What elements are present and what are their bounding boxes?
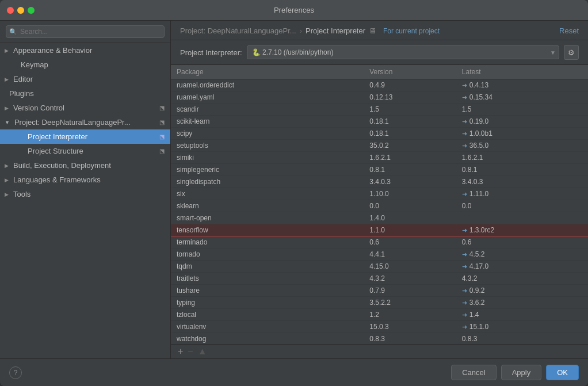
table-row[interactable]: simplegeneric0.8.10.8.1 xyxy=(171,164,588,176)
upgrade-arrow-icon: ➜ xyxy=(462,299,467,307)
latest-version-text: 1.3.0rc2 xyxy=(469,226,494,234)
col-version: Version xyxy=(364,65,456,79)
latest-version-text: 1.6.2.1 xyxy=(462,154,483,162)
table-row[interactable]: simiki1.6.2.11.6.2.1 xyxy=(171,152,588,164)
col-latest: Latest xyxy=(456,65,588,79)
remove-package-button[interactable]: − xyxy=(186,347,194,356)
package-latest: 0.6 xyxy=(456,236,588,249)
sidebar-item-label: Project Structure xyxy=(28,147,83,155)
table-row[interactable]: sklearn0.00.0 xyxy=(171,200,588,212)
table-row[interactable]: scikit-learn0.18.1➜0.19.0 xyxy=(171,116,588,128)
cancel-button[interactable]: Cancel xyxy=(451,365,496,380)
upgrade-arrow-icon: ➜ xyxy=(462,323,467,331)
sidebar-item-editor[interactable]: ▶ Editor xyxy=(0,72,170,86)
latest-version-text: 0.8.1 xyxy=(462,166,478,174)
sidebar-item-keymap[interactable]: Keymap xyxy=(0,58,170,72)
table-row[interactable]: tensorflow1.1.0➜1.3.0rc2 xyxy=(171,224,588,236)
package-latest: ➜0.4.13 xyxy=(456,79,588,91)
package-latest: ➜1.4 xyxy=(456,309,588,321)
breadcrumb: Project: DeepNaturalLanguagePr... › Proj… xyxy=(180,26,440,35)
help-button[interactable]: ? xyxy=(9,366,22,379)
gear-icon: ⚙ xyxy=(568,48,575,57)
table-row[interactable]: smart-open1.4.0 xyxy=(171,212,588,224)
search-input[interactable] xyxy=(6,25,165,38)
table-row[interactable]: tushare0.7.9➜0.9.2 xyxy=(171,285,588,297)
maximize-button[interactable] xyxy=(28,7,35,14)
interpreter-settings-button[interactable]: ⚙ xyxy=(564,45,579,60)
table-row[interactable]: traitlets4.3.24.3.2 xyxy=(171,273,588,285)
packages-table-wrap[interactable]: Package Version Latest ruamel.ordereddic… xyxy=(171,65,588,344)
sidebar-item-label: Keymap xyxy=(21,60,48,69)
close-button[interactable] xyxy=(7,7,14,14)
latest-version-text: 4.3.2 xyxy=(462,274,478,282)
chevron-icon: ▶ xyxy=(5,177,9,183)
sidebar-item-label: Version Control xyxy=(13,104,64,112)
table-row[interactable]: scipy0.18.1➜1.0.0b1 xyxy=(171,128,588,140)
reset-button[interactable]: Reset xyxy=(559,26,579,35)
table-footer: + − ▲ xyxy=(171,344,588,358)
table-row[interactable]: ruamel.ordereddict0.4.9➜0.4.13 xyxy=(171,79,588,91)
table-row[interactable]: tornado4.4.1➜4.5.2 xyxy=(171,249,588,261)
window-title: Preferences xyxy=(274,6,314,14)
latest-version-text: 4.17.0 xyxy=(469,262,488,270)
table-row[interactable]: tzlocal1.2➜1.4 xyxy=(171,309,588,321)
sidebar-item-plugins[interactable]: Plugins xyxy=(0,86,170,101)
sidebar-item-project[interactable]: ▼ Project: DeepNaturalLanguagePr... ⬔ xyxy=(0,115,170,129)
sidebar-item-project-structure[interactable]: Project Structure ⬔ xyxy=(0,144,170,158)
table-row[interactable]: tqdm4.15.0➜4.17.0 xyxy=(171,261,588,273)
packages-table: Package Version Latest ruamel.ordereddic… xyxy=(171,65,588,344)
package-latest: ➜15.1.0 xyxy=(456,321,588,333)
breadcrumb-current: Project Interpreter xyxy=(306,26,365,35)
table-row[interactable]: virtualenv15.0.3➜15.1.0 xyxy=(171,321,588,333)
package-version: 0.18.1 xyxy=(364,128,456,140)
action-buttons: Cancel Apply OK xyxy=(451,365,579,380)
sidebar-item-label: Project: DeepNaturalLanguagePr... xyxy=(14,118,131,127)
sidebar-item-tools[interactable]: ▶ Tools xyxy=(0,187,170,201)
upgrade-package-button[interactable]: ▲ xyxy=(197,347,208,356)
minimize-button[interactable] xyxy=(17,7,24,14)
sidebar-item-version-control[interactable]: ▶ Version Control ⬔ xyxy=(0,101,170,115)
chevron-icon: ▼ xyxy=(5,120,10,125)
external-icon: ⬔ xyxy=(159,148,165,154)
table-row[interactable]: typing3.5.2.2➜3.6.2 xyxy=(171,297,588,309)
table-row[interactable]: setuptools35.0.2➜36.5.0 xyxy=(171,140,588,152)
sidebar-item-project-interpreter[interactable]: Project Interpreter ⬔ xyxy=(0,129,170,144)
interpreter-select[interactable]: 🐍 2.7.10 (/usr/bin/python) xyxy=(247,45,559,59)
package-latest: 1.5 xyxy=(456,104,588,116)
content-area: 🔍 ▶ Appearance & Behavior Keymap ▶ Edi xyxy=(0,21,588,358)
table-row[interactable]: ruamel.yaml0.12.13➜0.15.34 xyxy=(171,91,588,104)
add-package-button[interactable]: + xyxy=(177,347,184,356)
sidebar-item-label: Appearance & Behavior xyxy=(13,46,92,55)
interpreter-row: Project Interpreter: 🐍 2.7.10 (/usr/bin/… xyxy=(171,40,588,65)
search-wrapper: 🔍 xyxy=(6,25,165,38)
table-row[interactable]: watchdog0.8.30.8.3 xyxy=(171,333,588,345)
sidebar-item-build-execution[interactable]: ▶ Build, Execution, Deployment xyxy=(0,158,170,173)
latest-version-text: 4.5.2 xyxy=(469,250,485,258)
package-latest: ➜4.5.2 xyxy=(456,249,588,261)
table-row[interactable]: scandir1.51.5 xyxy=(171,104,588,116)
breadcrumb-project: Project: DeepNaturalLanguagePr... xyxy=(180,26,296,35)
table-row[interactable]: terminado0.60.6 xyxy=(171,236,588,249)
package-name: ruamel.ordereddict xyxy=(171,79,364,91)
ok-button[interactable]: OK xyxy=(546,365,579,380)
latest-version-text: 3.4.0.3 xyxy=(462,178,483,186)
for-current-icon: 🖥 xyxy=(369,26,376,35)
package-name: tqdm xyxy=(171,261,364,273)
package-version: 1.5 xyxy=(364,104,456,116)
package-name: sklearn xyxy=(171,200,364,212)
package-version: 1.4.0 xyxy=(364,212,456,224)
table-row[interactable]: singledispatch3.4.0.33.4.0.3 xyxy=(171,176,588,188)
package-version: 0.4.9 xyxy=(364,79,456,91)
package-name: tornado xyxy=(171,249,364,261)
apply-button[interactable]: Apply xyxy=(501,365,542,380)
table-row[interactable]: six1.10.0➜1.11.0 xyxy=(171,188,588,200)
title-bar: Preferences xyxy=(0,0,588,21)
upgrade-arrow-icon: ➜ xyxy=(462,311,467,319)
sidebar-item-languages-frameworks[interactable]: ▶ Languages & Frameworks xyxy=(0,173,170,187)
package-version: 4.4.1 xyxy=(364,249,456,261)
chevron-icon: ▶ xyxy=(5,105,9,111)
sidebar-item-appearance-behavior[interactable]: ▶ Appearance & Behavior xyxy=(0,43,170,58)
package-latest: ➜3.6.2 xyxy=(456,297,588,309)
breadcrumb-separator: › xyxy=(300,26,302,35)
package-name: tushare xyxy=(171,285,364,297)
